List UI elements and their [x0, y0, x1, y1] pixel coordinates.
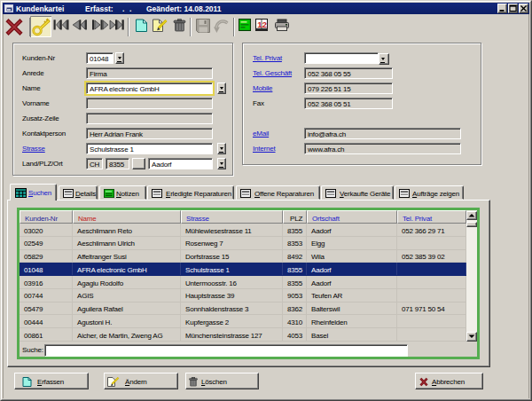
svg-text:2: 2 — [262, 20, 267, 29]
